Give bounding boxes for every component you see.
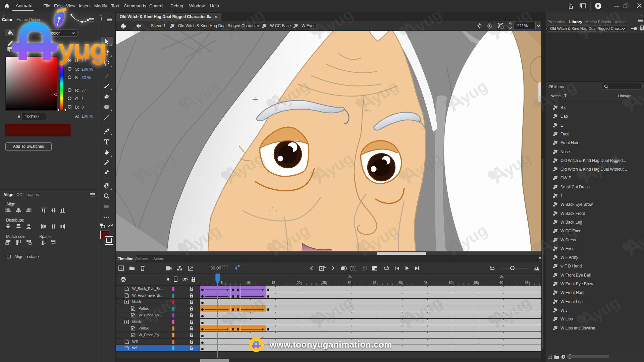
- frame-graph-icon[interactable]: [187, 264, 194, 272]
- library-panel-menu-icon[interactable]: [638, 19, 643, 22]
- loop-icon[interactable]: [383, 264, 390, 272]
- zoom-stepper-up-icon[interactable]: [508, 22, 512, 25]
- oval-tool[interactable]: [101, 102, 113, 112]
- clipboard-club-icon[interactable]: [120, 23, 126, 29]
- dock-divider[interactable]: [541, 12, 546, 362]
- auto-keyframe-icon[interactable]: A: [319, 264, 326, 272]
- color-value[interactable]: 1 °: [82, 59, 87, 63]
- color-radio[interactable]: [68, 97, 71, 100]
- pin-library-icon[interactable]: [631, 27, 637, 31]
- align-right-icon[interactable]: [26, 207, 32, 213]
- layer-color-swatch[interactable]: [172, 346, 174, 350]
- show-hide-all-dot-icon[interactable]: [167, 278, 169, 281]
- timeline-hscrollbar[interactable]: [116, 358, 541, 362]
- step-forward-icon[interactable]: [413, 264, 421, 272]
- minimize-icon[interactable]: [614, 6, 619, 7]
- breadcrumb-symbol-3[interactable]: W Eyes: [302, 21, 315, 31]
- library-item[interactable]: W Front Leg: [546, 297, 640, 306]
- tab-cc-libraries[interactable]: CC Libraries: [16, 192, 39, 197]
- eraser-tool[interactable]: [101, 92, 113, 101]
- zoom-level-input[interactable]: 211%: [514, 22, 536, 30]
- menu-edit[interactable]: Edit: [53, 0, 62, 12]
- menu-text[interactable]: Text: [110, 0, 120, 12]
- color-value[interactable]: 100 %: [82, 67, 93, 72]
- lock-icon[interactable]: [190, 293, 193, 298]
- match-height-icon[interactable]: [16, 240, 21, 245]
- sort-arrow-icon[interactable]: [564, 94, 567, 98]
- library-item[interactable]: W Front Hant: [546, 288, 640, 297]
- new-symbol-icon[interactable]: [548, 355, 552, 359]
- menu-insert[interactable]: Insert: [78, 0, 91, 12]
- library-item[interactable]: Old Witch & Kind Hag Dual Without...: [546, 165, 640, 174]
- prev-keyframe-icon[interactable]: [308, 264, 315, 272]
- layer-color-swatch[interactable]: [172, 313, 174, 317]
- reset-timeline-zoom-icon[interactable]: [489, 264, 496, 272]
- share-icon[interactable]: [568, 3, 574, 9]
- line-tool[interactable]: [101, 113, 113, 122]
- match-both-icon[interactable]: [26, 240, 32, 245]
- hide-all-layers-icon[interactable]: [182, 277, 188, 282]
- library-item[interactable]: W Back Front: [546, 209, 640, 218]
- swap-colors-icon[interactable]: [100, 223, 106, 229]
- library-item[interactable]: W Lips and Jowline: [546, 324, 640, 333]
- library-col-name[interactable]: Name: [550, 94, 561, 98]
- layer-row-8[interactable]: WE: [116, 339, 200, 345]
- layer-color-swatch[interactable]: [172, 294, 174, 298]
- library-item[interactable]: T: [546, 191, 640, 200]
- lock-icon[interactable]: [190, 313, 193, 317]
- collapse-panel-icon[interactable]: «: [3, 13, 4, 17]
- lock-icon[interactable]: [190, 333, 193, 337]
- zoom-tool[interactable]: [101, 191, 113, 201]
- fill-type-select[interactable]: color: [38, 29, 78, 37]
- tab-color[interactable]: Color: [2, 17, 12, 22]
- library-item[interactable]: Face: [546, 130, 640, 138]
- library-col-linkage[interactable]: Linkage: [618, 94, 631, 98]
- library-item[interactable]: Old Witch & Kind Hag Dual Rigged...: [546, 156, 640, 165]
- swap-swatch-icon[interactable]: [7, 47, 14, 53]
- step-back-icon[interactable]: [393, 264, 401, 272]
- library-item[interactable]: E: [546, 121, 640, 130]
- library-item[interactable]: W F Army: [546, 253, 640, 262]
- saturation-brightness-picker[interactable]: [5, 56, 57, 111]
- pin-tool[interactable]: [101, 167, 113, 177]
- dist-left-icon[interactable]: [41, 224, 46, 229]
- new-folder-icon[interactable]: [128, 264, 136, 272]
- current-frame-value[interactable]: 4: [235, 265, 237, 270]
- library-item[interactable]: Front Hair: [546, 138, 640, 147]
- lock-all-layers-icon[interactable]: [191, 277, 196, 282]
- library-item[interactable]: W Lips: [546, 315, 640, 323]
- align-to-stage-checkbox[interactable]: [7, 255, 11, 258]
- library-item[interactable]: W Eyes: [546, 244, 640, 253]
- space-h-icon[interactable]: [51, 240, 56, 245]
- delete-layer-icon[interactable]: [139, 264, 146, 272]
- pen-tool[interactable]: [101, 126, 113, 136]
- lock-icon[interactable]: [190, 340, 193, 344]
- eyedropper-tool[interactable]: [101, 158, 113, 167]
- lock-icon[interactable]: [190, 346, 193, 350]
- frame-view-icon[interactable]: [533, 264, 540, 272]
- layer-color-swatch[interactable]: [172, 307, 174, 311]
- edit-multiple-frames-icon[interactable]: [361, 264, 368, 272]
- canvas-vscrollbar-thumb[interactable]: [538, 82, 541, 102]
- lock-icon[interactable]: [190, 287, 193, 291]
- library-hscrollbar[interactable]: [567, 355, 609, 358]
- color-radio[interactable]: [68, 88, 71, 92]
- stroke-color-tool-icon[interactable]: [7, 40, 15, 46]
- lock-icon[interactable]: [190, 320, 193, 324]
- rotate-stage-icon[interactable]: [487, 23, 493, 29]
- menu-modify[interactable]: Modify: [94, 0, 108, 12]
- workspace-icon[interactable]: [580, 3, 586, 8]
- layer-row-6[interactable]: Pallak: [116, 325, 200, 332]
- layer-color-swatch[interactable]: [172, 300, 174, 304]
- timeline-hscrollbar-thumb[interactable]: [200, 359, 229, 362]
- layer-color-swatch[interactable]: [172, 287, 174, 291]
- color-value[interactable]: 1: [82, 97, 84, 101]
- new-library-panel-icon[interactable]: [639, 25, 644, 31]
- zoom-select-chevron-icon[interactable]: [537, 25, 540, 27]
- library-item[interactable]: W Front Eye Ball: [546, 271, 640, 280]
- color-value[interactable]: 77: [82, 88, 86, 93]
- free-transform-tool[interactable]: [101, 48, 113, 57]
- color-panel-menu-icon[interactable]: [89, 18, 94, 21]
- menu-view[interactable]: View: [65, 0, 76, 12]
- align-middle-v-icon[interactable]: [51, 207, 56, 213]
